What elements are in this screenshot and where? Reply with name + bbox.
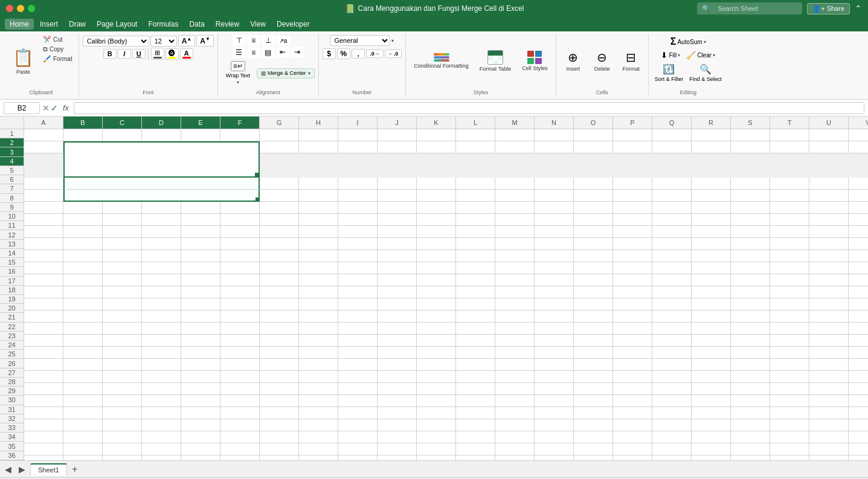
- cell-u10[interactable]: [809, 262, 849, 274]
- cell-o22[interactable]: [574, 407, 613, 419]
- menu-draw[interactable]: Draw: [64, 19, 91, 30]
- cell-g23[interactable]: [260, 419, 299, 431]
- cell-reference-input[interactable]: [4, 102, 40, 114]
- cell-o23[interactable]: [574, 419, 613, 431]
- cell-k12[interactable]: [417, 286, 456, 298]
- cell-i19[interactable]: [338, 371, 378, 383]
- cell-q14[interactable]: [652, 310, 692, 323]
- cell-k18[interactable]: [417, 359, 456, 371]
- cell-r24[interactable]: [692, 431, 731, 443]
- cell-e23[interactable]: [181, 419, 220, 431]
- cell-h4[interactable]: [299, 190, 338, 202]
- cell-l25[interactable]: [456, 443, 495, 455]
- cell-d6[interactable]: [142, 214, 181, 226]
- row-16[interactable]: 16: [0, 267, 24, 276]
- cell-m13[interactable]: [495, 298, 535, 310]
- cell-t23[interactable]: [770, 419, 809, 431]
- clear-dropdown-arrow[interactable]: ▾: [713, 53, 715, 58]
- conditional-formatting-button[interactable]: Conditional Formatting: [410, 44, 473, 78]
- cell-k21[interactable]: [417, 395, 456, 407]
- number-format-select[interactable]: General: [330, 35, 390, 46]
- cell-p11[interactable]: [613, 274, 652, 286]
- cell-p26[interactable]: [613, 455, 652, 460]
- cell-f16[interactable]: [220, 335, 260, 347]
- cell-o14[interactable]: [574, 310, 613, 323]
- cell-p16[interactable]: [613, 335, 652, 347]
- cell-o2[interactable]: [574, 141, 613, 153]
- cell-t20[interactable]: [770, 383, 809, 395]
- cell-c5[interactable]: [103, 202, 142, 214]
- cell-k19[interactable]: [417, 371, 456, 383]
- cell-n22[interactable]: [535, 407, 574, 419]
- cell-l23[interactable]: [456, 419, 495, 431]
- cell-n13[interactable]: [535, 298, 574, 310]
- align-top-button[interactable]: ⊤: [233, 35, 246, 46]
- row-1[interactable]: 1: [0, 129, 24, 138]
- cell-h23[interactable]: [299, 419, 338, 431]
- row-24[interactable]: 24: [0, 341, 24, 350]
- cell-l6[interactable]: [456, 214, 495, 226]
- cell-v13[interactable]: [849, 298, 868, 310]
- cell-g6[interactable]: [260, 214, 299, 226]
- cell-f3[interactable]: [220, 178, 260, 190]
- merge-center-dropdown-arrow[interactable]: ▾: [308, 71, 310, 76]
- cell-f21[interactable]: [220, 395, 260, 407]
- cell-m19[interactable]: [495, 371, 535, 383]
- cell-l26[interactable]: [456, 455, 495, 460]
- menu-formulas[interactable]: Formulas: [143, 19, 183, 30]
- borders-button[interactable]: ⊞: [151, 48, 164, 60]
- cell-r11[interactable]: [692, 274, 731, 286]
- cell-e20[interactable]: [181, 383, 220, 395]
- cell-d23[interactable]: [142, 419, 181, 431]
- cell-v17[interactable]: [849, 347, 868, 359]
- cell-d14[interactable]: [142, 310, 181, 323]
- cell-m17[interactable]: [495, 347, 535, 359]
- cell-e18[interactable]: [181, 359, 220, 371]
- cell-o13[interactable]: [574, 298, 613, 310]
- cell-b1[interactable]: [63, 129, 103, 141]
- cell-n12[interactable]: [535, 286, 574, 298]
- row-32[interactable]: 32: [0, 414, 24, 423]
- cell-b18[interactable]: [63, 359, 103, 371]
- cell-n16[interactable]: [535, 335, 574, 347]
- cell-t4[interactable]: [770, 190, 809, 202]
- cell-i3[interactable]: [338, 178, 378, 190]
- menu-insert[interactable]: Insert: [35, 19, 63, 30]
- cell-b17[interactable]: [63, 347, 103, 359]
- cell-j11[interactable]: [378, 274, 417, 286]
- cell-u2[interactable]: [809, 141, 849, 153]
- cell-a25[interactable]: [24, 443, 63, 455]
- cell-a5[interactable]: [24, 202, 63, 214]
- cell-a10[interactable]: [24, 262, 63, 274]
- cell-p23[interactable]: [613, 419, 652, 431]
- cell-e15[interactable]: [181, 323, 220, 335]
- cell-u13[interactable]: [809, 298, 849, 310]
- cell-v1[interactable]: [849, 129, 868, 141]
- cell-h11[interactable]: [299, 274, 338, 286]
- currency-button[interactable]: $: [323, 48, 336, 59]
- cell-t5[interactable]: [770, 202, 809, 214]
- cell-i24[interactable]: [338, 431, 378, 443]
- cell-n26[interactable]: [535, 455, 574, 460]
- cell-f5[interactable]: [220, 202, 260, 214]
- cell-p7[interactable]: [613, 226, 652, 238]
- cell-s24[interactable]: [731, 431, 770, 443]
- cell-f7[interactable]: [220, 226, 260, 238]
- row-31[interactable]: 31: [0, 405, 24, 414]
- cell-m21[interactable]: [495, 395, 535, 407]
- cell-s26[interactable]: [731, 455, 770, 460]
- cell-m14[interactable]: [495, 310, 535, 323]
- cell-a14[interactable]: [24, 310, 63, 323]
- comma-button[interactable]: ,: [352, 49, 365, 59]
- cell-k9[interactable]: [417, 250, 456, 262]
- clear-button[interactable]: 🧹 Clear ▾: [684, 50, 718, 61]
- cell-j26[interactable]: [378, 455, 417, 460]
- cell-c1[interactable]: [103, 129, 142, 141]
- cell-g21[interactable]: [260, 395, 299, 407]
- cell-n6[interactable]: [535, 214, 574, 226]
- cell-o18[interactable]: [574, 359, 613, 371]
- cell-p15[interactable]: [613, 323, 652, 335]
- cell-q9[interactable]: [652, 250, 692, 262]
- row-5[interactable]: 5: [0, 166, 24, 175]
- cell-g7[interactable]: [260, 226, 299, 238]
